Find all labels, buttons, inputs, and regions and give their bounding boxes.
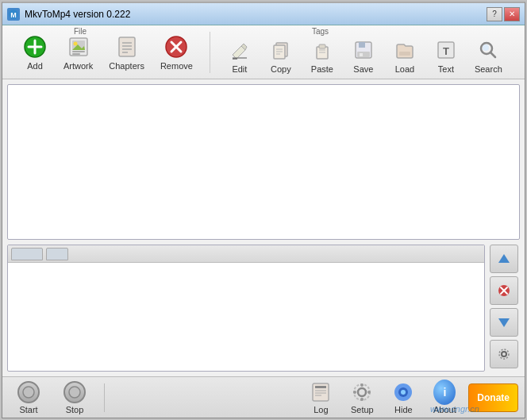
setup-icon	[351, 381, 373, 403]
svg-rect-11	[119, 37, 135, 56]
start-label: Start	[19, 405, 37, 414]
main-window: M MkvToMp4 version 0.222 ? ✕ File Tags	[2, 2, 525, 418]
paste-button[interactable]: Paste	[302, 33, 342, 78]
log-icon	[310, 381, 332, 403]
edit-button[interactable]: Edit	[220, 33, 260, 78]
add-label: Add	[27, 61, 43, 71]
close-button[interactable]: ✕	[504, 7, 520, 21]
svg-point-45	[502, 352, 506, 356]
titlebar-buttons: ? ✕	[487, 7, 520, 21]
hide-label: Hide	[394, 405, 413, 414]
help-button[interactable]: ?	[487, 7, 502, 21]
svg-text:M: M	[10, 11, 17, 19]
panel-tab-1[interactable]	[11, 248, 43, 260]
text-label: Text	[438, 64, 454, 74]
chapters-label: Chapters	[109, 61, 144, 71]
stop-button[interactable]: Stop	[55, 380, 94, 415]
window-title: MkvToMp4 version 0.222	[25, 9, 487, 20]
search-label: Search	[475, 64, 502, 74]
chapters-button[interactable]: Chapters	[102, 30, 152, 75]
load-label: Load	[395, 64, 414, 74]
track-panel	[7, 245, 485, 372]
separator-1	[104, 383, 105, 412]
load-button[interactable]: Load	[385, 33, 425, 78]
panel-tab-2[interactable]	[46, 248, 68, 260]
svg-rect-33	[360, 53, 363, 56]
svg-point-56	[360, 383, 364, 387]
load-icon	[392, 37, 417, 63]
main-content	[2, 79, 525, 376]
remove-button[interactable]: Remove	[153, 30, 200, 75]
delete-button[interactable]	[490, 276, 518, 305]
svg-point-62	[401, 390, 406, 395]
move-up-button[interactable]	[490, 245, 518, 273]
copy-icon	[268, 37, 294, 63]
text-icon: T	[433, 37, 459, 63]
add-button[interactable]: Add	[15, 30, 55, 75]
save-label: Save	[353, 64, 373, 74]
start-button[interactable]: Start	[9, 380, 48, 415]
hide-button[interactable]: Hide	[386, 380, 421, 415]
add-icon	[22, 34, 48, 60]
svg-point-46	[499, 349, 509, 359]
edit-icon	[227, 37, 252, 63]
tags-tools: Edit Copy	[213, 27, 516, 78]
svg-rect-9	[72, 51, 85, 52]
svg-point-47	[23, 387, 34, 398]
svg-marker-44	[498, 318, 510, 327]
svg-point-48	[69, 387, 80, 398]
svg-point-59	[367, 391, 371, 394]
svg-line-38	[490, 52, 495, 57]
paste-icon	[310, 37, 335, 63]
side-buttons	[490, 245, 520, 372]
svg-point-58	[353, 391, 356, 394]
svg-point-7	[73, 41, 77, 45]
search-icon	[475, 37, 501, 63]
log-label: Log	[314, 405, 328, 414]
svg-point-57	[360, 398, 364, 401]
file-tools: Add Artwork	[9, 30, 206, 75]
file-section-label: File	[74, 27, 87, 36]
artwork-icon	[66, 34, 91, 60]
file-list-panel[interactable]	[7, 84, 520, 240]
text-button[interactable]: T Text	[426, 33, 466, 78]
stop-label: Stop	[66, 405, 84, 414]
setup-label: Setup	[351, 405, 374, 414]
svg-point-39	[483, 44, 489, 51]
hide-icon	[392, 381, 414, 403]
search-button[interactable]: Search	[467, 33, 510, 78]
chapters-icon	[114, 34, 140, 60]
save-button[interactable]: Save	[344, 33, 383, 78]
panel-header	[8, 245, 484, 263]
remove-icon	[163, 34, 189, 60]
app-icon: M	[7, 8, 20, 21]
svg-rect-34	[399, 52, 410, 56]
settings-button[interactable]	[490, 340, 518, 368]
svg-rect-50	[315, 386, 326, 388]
title-bar: M MkvToMp4 version 0.222 ? ✕	[2, 3, 525, 25]
paste-label: Paste	[311, 64, 333, 74]
stop-icon	[63, 381, 86, 403]
bottom-section	[7, 245, 520, 372]
svg-rect-31	[359, 42, 365, 48]
svg-point-54	[358, 388, 366, 396]
svg-text:T: T	[443, 45, 449, 57]
save-icon	[351, 37, 376, 63]
remove-label: Remove	[160, 61, 193, 71]
svg-rect-27	[319, 44, 325, 48]
edit-label: Edit	[232, 64, 247, 74]
copy-label: Copy	[271, 64, 291, 74]
about-icon: i	[433, 381, 456, 403]
start-icon	[17, 381, 40, 403]
watermark: www.cngr.cn	[430, 404, 479, 414]
copy-button[interactable]: Copy	[261, 33, 301, 78]
svg-rect-10	[72, 53, 80, 55]
setup-button[interactable]: Setup	[344, 380, 379, 415]
artwork-button[interactable]: Artwork	[56, 30, 100, 75]
move-down-button[interactable]	[490, 308, 518, 337]
svg-rect-32	[357, 52, 370, 57]
tags-section-label: Tags	[312, 27, 329, 36]
log-button[interactable]: Log	[303, 380, 338, 415]
artwork-label: Artwork	[63, 61, 93, 71]
toolbar: File Tags Add	[2, 25, 525, 79]
